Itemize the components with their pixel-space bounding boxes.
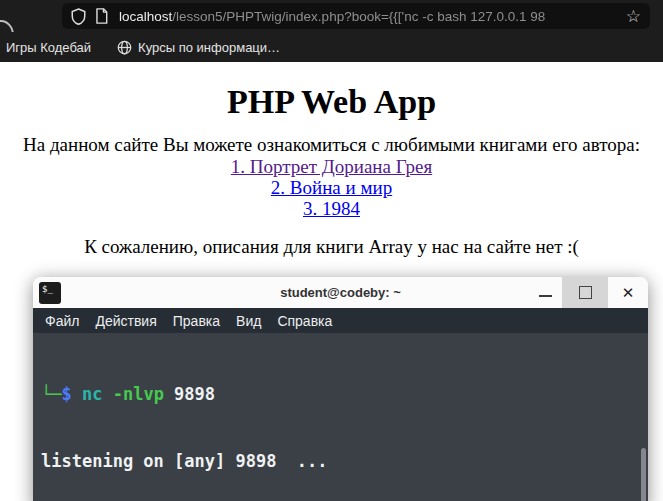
screenshot-root: localhost/lesson5/PHPTwig/index.php?book… xyxy=(0,0,663,501)
minimize-button[interactable] xyxy=(528,277,562,308)
terminal-prompt-line: └─$ nc -nlvp 9898 xyxy=(41,383,648,405)
book-link-war-and-peace[interactable]: 2. Война и мир xyxy=(271,177,392,198)
menu-actions[interactable]: Действия xyxy=(87,313,164,329)
close-button[interactable]: ✕ xyxy=(608,277,648,308)
browser-toolbar: localhost/lesson5/PHPTwig/index.php?book… xyxy=(0,0,663,32)
menu-help[interactable]: Справка xyxy=(269,313,340,329)
bookmark-label: Курсы по информаци… xyxy=(138,40,280,55)
bookmark-item-courses[interactable]: Курсы по информаци… xyxy=(117,40,280,55)
menu-view[interactable]: Вид xyxy=(228,313,269,329)
scrollbar-thumb[interactable] xyxy=(641,448,646,501)
terminal-output-area[interactable]: └─$ nc -nlvp 9898 listening on [any] 989… xyxy=(33,333,648,501)
book-link-dorian-gray[interactable]: 1. Портрет Дориана Грея xyxy=(231,156,432,177)
command-options: -nlvp xyxy=(113,384,174,404)
prompt-dollar: $ xyxy=(61,384,81,404)
maximize-button[interactable] xyxy=(562,277,608,308)
terminal-line: listening on [any] 9898 ... xyxy=(41,450,648,472)
terminal-app-icon: $_ xyxy=(39,282,61,304)
command-name: nc xyxy=(82,384,113,404)
page-icon xyxy=(95,8,108,24)
address-bar[interactable]: localhost/lesson5/PHPTwig/index.php?book… xyxy=(62,3,650,29)
book-link-1984[interactable]: 3. 1984 xyxy=(303,198,360,219)
command-argument: 9898 xyxy=(174,384,215,404)
terminal-menubar: Файл Действия Правка Вид Справка xyxy=(33,308,648,333)
bookmark-star-icon[interactable]: ☆ xyxy=(626,8,641,25)
globe-icon xyxy=(117,40,132,55)
bookmark-item-games[interactable]: Игры Кодебай xyxy=(6,40,91,55)
bookmark-label: Игры Кодебай xyxy=(6,40,91,55)
not-found-text: К сожалению, описания для книги Array у … xyxy=(0,236,663,258)
terminal-titlebar[interactable]: $_ student@codeby: ~ ✕ xyxy=(33,277,648,308)
minimize-icon xyxy=(539,295,552,297)
shield-icon xyxy=(71,8,86,25)
menu-file[interactable]: Файл xyxy=(37,313,87,329)
intro-text: На данном сайте Вы можете ознакомиться с… xyxy=(0,134,663,156)
url-host: localhost xyxy=(119,9,172,24)
url-path: /lesson5/PHPTwig/index.php?book={{['nc -… xyxy=(172,9,545,24)
terminal-window: $_ student@codeby: ~ ✕ Файл Действия Пра… xyxy=(33,277,648,501)
url-text[interactable]: localhost/lesson5/PHPTwig/index.php?book… xyxy=(119,9,620,24)
menu-edit[interactable]: Правка xyxy=(165,313,228,329)
web-page-content: PHP Web App На данном сайте Вы можете оз… xyxy=(0,62,663,258)
maximize-icon xyxy=(579,286,592,299)
bookmarks-bar: Игры Кодебай Курсы по информаци… xyxy=(0,32,663,62)
window-controls: ✕ xyxy=(528,277,648,308)
page-title: PHP Web App xyxy=(0,83,663,121)
prompt-frame: └─ xyxy=(41,384,61,404)
